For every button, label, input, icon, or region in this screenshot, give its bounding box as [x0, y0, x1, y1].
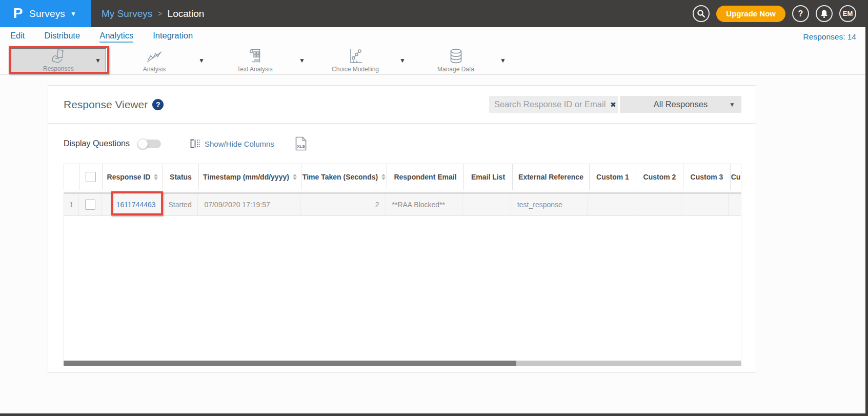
- upgrade-now-button[interactable]: Upgrade Now: [716, 6, 785, 22]
- header-row-number: [64, 164, 79, 190]
- toolbar-group-manage-data: Manage Data ▼: [411, 46, 511, 74]
- analysis-label: Analysis: [143, 66, 166, 73]
- horizontal-scrollbar[interactable]: [64, 361, 741, 366]
- text-analysis-label: Text Analysis: [237, 66, 272, 73]
- table-controls: Display Questions Show/Hide Columns: [48, 124, 756, 164]
- display-questions-label: Display Questions: [64, 139, 130, 148]
- chevron-down-icon: ▼: [729, 101, 735, 108]
- cell-row-number: 1: [64, 194, 79, 215]
- export-xls-button[interactable]: XLS: [295, 136, 307, 151]
- tab-integration[interactable]: Integration: [153, 31, 193, 43]
- tab-distribute[interactable]: Distribute: [44, 31, 80, 43]
- notifications-button[interactable]: [816, 5, 833, 22]
- search-button[interactable]: [693, 5, 710, 22]
- responses-count: Responses: 14: [803, 32, 856, 42]
- header-response-id[interactable]: Response ID: [102, 164, 163, 190]
- xls-file-icon: XLS: [295, 136, 307, 151]
- cell-select: [79, 194, 102, 215]
- cell-custom-4: [729, 194, 741, 215]
- sort-icon: [381, 174, 386, 180]
- toggle-knob: [137, 138, 148, 149]
- analysis-dropdown-caret[interactable]: ▼: [198, 57, 205, 64]
- product-menu[interactable]: P Surveys ▼: [0, 0, 91, 27]
- help-button[interactable]: ?: [792, 5, 809, 22]
- cell-response-id[interactable]: 1611744463: [102, 194, 163, 215]
- filter-selected-value: All Responses: [654, 100, 708, 109]
- table-empty-area: [64, 216, 741, 361]
- tab-edit[interactable]: Edit: [10, 31, 25, 43]
- header-select-all: [79, 164, 102, 190]
- text-analysis-dropdown-caret[interactable]: ▼: [299, 57, 305, 64]
- header-respondent-email[interactable]: Respondent Email: [387, 164, 463, 190]
- row-checkbox[interactable]: [85, 200, 95, 210]
- help-badge-icon[interactable]: ?: [152, 99, 164, 110]
- avatar[interactable]: EM: [839, 5, 856, 22]
- panel-header: Response Viewer ? ✖ All Responses ▼: [48, 86, 756, 124]
- header-time-taken[interactable]: Time Taken (Seconds): [301, 164, 387, 190]
- responses-dropdown-caret[interactable]: ▼: [95, 57, 101, 64]
- breadcrumb-my-surveys[interactable]: My Surveys: [102, 8, 152, 19]
- analysis-icon: [146, 48, 163, 64]
- header-status[interactable]: Status: [163, 164, 198, 190]
- responses-table: Response ID Status Timestamp (mm/dd/yyyy…: [64, 164, 741, 366]
- header-custom-4-truncated[interactable]: Cu: [730, 164, 741, 190]
- table-header-row: Response ID Status Timestamp (mm/dd/yyyy…: [64, 164, 741, 190]
- select-all-checkbox[interactable]: [86, 172, 96, 182]
- cell-custom-2: [634, 194, 681, 215]
- breadcrumb-separator: >: [157, 9, 162, 18]
- main-content: Response Viewer ? ✖ All Responses ▼ Disp…: [0, 75, 865, 413]
- clear-search-icon[interactable]: ✖: [610, 101, 616, 109]
- responses-button[interactable]: Responses: [11, 48, 106, 73]
- chevron-down-icon: ▼: [70, 10, 76, 17]
- cell-respondent-email: **RAA Blocked**: [386, 194, 463, 215]
- cell-time-taken: 2: [300, 194, 386, 215]
- header-custom-1[interactable]: Custom 1: [589, 164, 636, 190]
- manage-data-button[interactable]: Manage Data: [413, 48, 499, 73]
- tab-analytics[interactable]: Analytics: [99, 31, 133, 43]
- show-hide-columns-button[interactable]: Show/Hide Columns: [190, 138, 274, 149]
- search-input[interactable]: [494, 100, 607, 109]
- svg-text:XLS: XLS: [297, 144, 305, 149]
- response-filter-dropdown[interactable]: All Responses ▼: [620, 96, 741, 113]
- text-analysis-button[interactable]: Text Analysis: [212, 48, 298, 73]
- breadcrumb-current-survey: Location: [168, 8, 205, 19]
- top-navigation-bar: P Surveys ▼ My Surveys > Location Upgrad…: [0, 0, 865, 27]
- page-title: Response Viewer: [64, 98, 148, 111]
- topbar-actions: Upgrade Now ? EM: [693, 0, 856, 27]
- browser-frame: P Surveys ▼ My Surveys > Location Upgrad…: [0, 0, 868, 416]
- survey-tab-bar: Edit Distribute Analytics Integration Re…: [0, 27, 865, 46]
- header-custom-3[interactable]: Custom 3: [683, 164, 730, 190]
- cell-custom-1: [588, 194, 635, 215]
- choice-modelling-button[interactable]: Choice Modelling: [312, 48, 398, 73]
- text-analysis-icon: [248, 48, 262, 64]
- breadcrumb: My Surveys > Location: [102, 0, 204, 27]
- product-label: Surveys: [29, 8, 65, 19]
- show-hide-columns-label: Show/Hide Columns: [205, 140, 274, 148]
- analytics-toolbar: Responses ▼ Analysis ▼: [0, 46, 865, 75]
- display-questions-toggle[interactable]: [138, 140, 161, 148]
- toolbar-group-text-analysis: Text Analysis ▼: [210, 46, 310, 74]
- manage-data-dropdown-caret[interactable]: ▼: [500, 57, 506, 64]
- analysis-button[interactable]: Analysis: [111, 48, 197, 73]
- cell-external-reference: test_response: [511, 194, 588, 215]
- sort-icon: [293, 174, 297, 180]
- response-search-box: ✖: [489, 96, 618, 113]
- tabs: Edit Distribute Analytics Integration: [10, 31, 193, 43]
- header-external-reference[interactable]: External Reference: [512, 164, 589, 190]
- manage-data-label: Manage Data: [437, 66, 474, 73]
- table-row: 1 1611744463 Started 07/09/2020 17:19:57…: [64, 194, 741, 216]
- toolbar-group-analysis: Analysis ▼: [109, 46, 210, 74]
- response-viewer-panel: Response Viewer ? ✖ All Responses ▼ Disp…: [48, 85, 756, 373]
- header-timestamp[interactable]: Timestamp (mm/dd/yyyy): [198, 164, 301, 190]
- choice-modelling-dropdown-caret[interactable]: ▼: [399, 57, 406, 64]
- responses-label: Responses: [43, 65, 74, 72]
- manage-data-icon: [449, 48, 463, 64]
- choice-modelling-icon: [348, 48, 363, 64]
- responses-icon: [49, 49, 68, 64]
- search-icon: [697, 9, 705, 18]
- header-custom-2[interactable]: Custom 2: [636, 164, 683, 190]
- scrollbar-thumb[interactable]: [64, 361, 516, 366]
- toolbar-group-choice-modelling: Choice Modelling ▼: [310, 46, 411, 74]
- cell-custom-3: [681, 194, 729, 215]
- header-email-list[interactable]: Email List: [463, 164, 512, 190]
